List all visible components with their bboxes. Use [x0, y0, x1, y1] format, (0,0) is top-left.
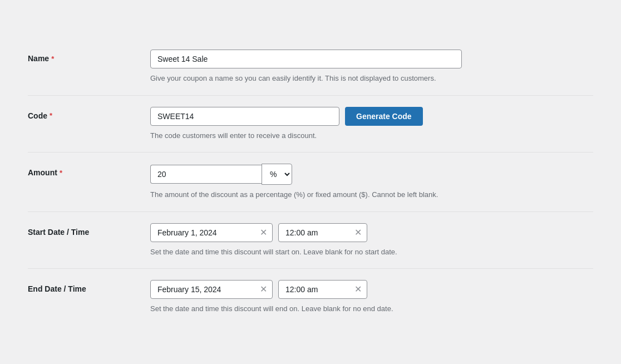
code-label: Code *	[28, 107, 150, 120]
end-date-row: End Date / Time ✕ ✕ Set the date and tim…	[28, 269, 593, 326]
start-date-row: Start Date / Time ✕ ✕ Set the date and t…	[28, 212, 593, 269]
start-date-label: Start Date / Time	[28, 223, 150, 237]
coupon-form: Name * Give your coupon a name so you ca…	[11, 27, 610, 337]
start-date-field-content: ✕ ✕ Set the date and time this discount …	[150, 223, 593, 258]
code-input[interactable]	[150, 107, 339, 126]
name-label-text: Name	[28, 54, 49, 63]
amount-input-row: % $	[150, 164, 593, 185]
amount-required-star: *	[60, 169, 62, 177]
start-date-clear-icon[interactable]: ✕	[260, 228, 267, 237]
end-time-wrapper: ✕	[278, 280, 367, 299]
end-date-label-text: End Date / Time	[28, 284, 86, 293]
amount-label-text: Amount	[28, 168, 57, 177]
end-date-field-content: ✕ ✕ Set the date and time this discount …	[150, 280, 593, 314]
code-required-star: *	[50, 111, 52, 120]
code-row: Code * Generate Code The code customers …	[28, 96, 593, 153]
name-input[interactable]	[150, 50, 462, 68]
code-field-content: Generate Code The code customers will en…	[150, 107, 593, 141]
amount-row: Amount * % $ The amount of the discount …	[28, 153, 593, 212]
end-time-clear-icon[interactable]: ✕	[354, 285, 362, 294]
name-required-star: *	[51, 55, 54, 63]
amount-help-text: The amount of the discount as a percenta…	[150, 189, 593, 200]
start-date-wrapper: ✕	[150, 223, 273, 242]
amount-unit-select[interactable]: % $	[262, 164, 292, 185]
end-date-wrapper: ✕	[150, 280, 273, 299]
name-help-text: Give your coupon a name so you can easil…	[150, 73, 593, 84]
amount-input[interactable]	[150, 165, 262, 184]
end-date-clear-icon[interactable]: ✕	[260, 285, 267, 294]
end-date-label: End Date / Time	[28, 280, 150, 293]
name-row: Name * Give your coupon a name so you ca…	[28, 38, 593, 96]
code-label-text: Code	[28, 111, 47, 120]
name-field-content: Give your coupon a name so you can easil…	[150, 50, 593, 84]
start-time-wrapper: ✕	[278, 223, 367, 242]
code-input-row: Generate Code	[150, 107, 593, 126]
end-date-help-text: Set the date and time this discount will…	[150, 303, 593, 314]
start-date-label-text: Start Date / Time	[28, 228, 89, 237]
name-label: Name *	[28, 50, 150, 63]
amount-field-content: % $ The amount of the discount as a perc…	[150, 164, 593, 200]
start-date-help-text: Set the date and time this discount will…	[150, 247, 593, 258]
start-time-input[interactable]	[278, 223, 367, 242]
end-date-time-row: ✕ ✕	[150, 280, 593, 299]
start-date-time-row: ✕ ✕	[150, 223, 593, 242]
generate-code-button[interactable]: Generate Code	[345, 107, 423, 126]
start-date-input[interactable]	[150, 223, 273, 242]
end-time-input[interactable]	[278, 280, 367, 299]
end-date-input[interactable]	[150, 280, 273, 299]
amount-label: Amount *	[28, 164, 150, 177]
code-help-text: The code customers will enter to receive…	[150, 130, 593, 141]
start-time-clear-icon[interactable]: ✕	[354, 228, 362, 237]
